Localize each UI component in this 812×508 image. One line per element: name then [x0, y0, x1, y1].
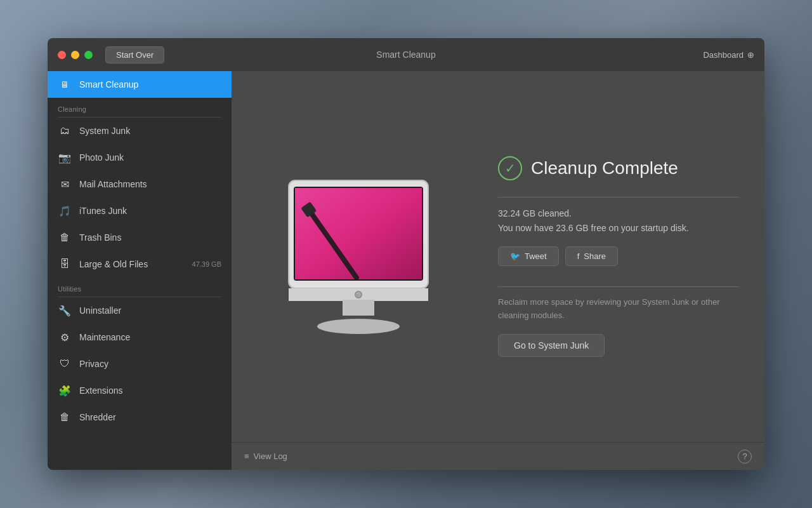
- mail-attachments-icon: ✉: [58, 177, 72, 191]
- stats-line2: You now have 23.6 GB free on your startu…: [498, 223, 689, 233]
- shredder-label: Shredder: [79, 412, 116, 422]
- sidebar-item-itunes-junk[interactable]: 🎵 iTunes Junk: [48, 197, 232, 224]
- sidebar-item-uninstaller[interactable]: 🔧 Uninstaller: [48, 297, 232, 324]
- titlebar-center-label: Smart Cleanup: [376, 50, 435, 60]
- trash-bins-icon: 🗑: [58, 231, 72, 244]
- sidebar-item-system-junk[interactable]: 🗂 System Junk: [48, 117, 232, 144]
- help-button[interactable]: ?: [738, 450, 752, 464]
- stats-line1: 32.24 GB cleaned.: [498, 208, 572, 218]
- main-footer: ≡ View Log ?: [232, 442, 764, 470]
- photo-junk-label: Photo Junk: [79, 152, 124, 163]
- svg-text:↻: ↻: [357, 294, 360, 298]
- go-to-system-junk-button[interactable]: Go to System Junk: [498, 334, 605, 357]
- start-over-button[interactable]: Start Over: [105, 46, 164, 64]
- utilities-section-label: Utilities: [48, 277, 232, 297]
- tweet-button[interactable]: 🐦 Tweet: [498, 246, 559, 266]
- view-log-label: View Log: [254, 451, 287, 461]
- cleanup-complete-text: Cleanup Complete: [531, 158, 678, 178]
- privacy-icon: 🛡: [58, 357, 72, 371]
- main-body: ↻ ✓ Cleanup Complete 32.24 GB cleaned. Y…: [232, 71, 764, 442]
- window-body: 🖥 Smart Cleanup Cleaning 🗂 System Junk 📷…: [48, 71, 764, 470]
- maintenance-icon: ⚙: [58, 330, 72, 344]
- check-circle-icon: ✓: [498, 156, 522, 180]
- right-panel: ✓ Cleanup Complete 32.24 GB cleaned. You…: [498, 156, 739, 356]
- sidebar-item-extensions[interactable]: 🧩 Extensions: [48, 377, 232, 404]
- mail-attachments-label: Mail Attachments: [79, 179, 147, 189]
- reclaim-text: Reclaim more space by reviewing your Sys…: [498, 296, 739, 323]
- extensions-label: Extensions: [79, 385, 122, 396]
- maintenance-label: Maintenance: [79, 332, 130, 342]
- itunes-junk-label: iTunes Junk: [79, 206, 127, 216]
- sidebar-item-privacy[interactable]: 🛡 Privacy: [48, 351, 232, 377]
- sidebar-item-photo-junk[interactable]: 📷 Photo Junk: [48, 144, 232, 171]
- privacy-label: Privacy: [79, 359, 108, 369]
- large-old-files-badge: 47.39 GB: [192, 260, 221, 268]
- sidebar: 🖥 Smart Cleanup Cleaning 🗂 System Junk 📷…: [48, 71, 232, 470]
- traffic-lights: [58, 51, 93, 59]
- title-divider: [498, 197, 739, 197]
- close-button[interactable]: [58, 51, 66, 59]
- sidebar-item-large-old-files[interactable]: 🗄 Large & Old Files 47.39 GB: [48, 251, 232, 277]
- photo-junk-icon: 📷: [58, 150, 72, 164]
- svg-rect-2: [295, 188, 422, 279]
- social-buttons: 🐦 Tweet f Share: [498, 246, 739, 266]
- log-icon: ≡: [244, 451, 249, 461]
- dashboard-link[interactable]: Dashboard ⊕: [703, 50, 754, 60]
- share-label: Share: [584, 251, 606, 261]
- svg-rect-6: [343, 300, 374, 316]
- monitor-icon: 🖥: [58, 77, 72, 91]
- tweet-label: Tweet: [525, 251, 547, 261]
- svg-point-7: [317, 319, 400, 334]
- mac-svg: ↻: [257, 155, 460, 358]
- sidebar-item-smart-cleanup[interactable]: 🖥 Smart Cleanup: [48, 71, 232, 98]
- share-button[interactable]: f Share: [565, 246, 618, 266]
- main-content: ↻ ✓ Cleanup Complete 32.24 GB cleaned. Y…: [232, 71, 764, 470]
- shredder-icon: 🗑: [58, 410, 72, 424]
- large-old-files-label: Large & Old Files: [79, 259, 148, 269]
- social-divider: [498, 286, 739, 287]
- facebook-icon: f: [577, 251, 580, 261]
- system-junk-icon: 🗂: [58, 124, 72, 138]
- sidebar-active-label: Smart Cleanup: [79, 79, 138, 90]
- cleanup-title: ✓ Cleanup Complete: [498, 156, 739, 180]
- sidebar-item-maintenance[interactable]: ⚙ Maintenance: [48, 324, 232, 351]
- cleaning-section-label: Cleaning: [48, 98, 232, 117]
- uninstaller-icon: 🔧: [58, 304, 72, 318]
- dashboard-icon: ⊕: [747, 50, 754, 60]
- itunes-junk-icon: 🎵: [58, 204, 72, 218]
- stats-text: 32.24 GB cleaned. You now have 23.6 GB f…: [498, 206, 739, 235]
- sidebar-item-trash-bins[interactable]: 🗑 Trash Bins: [48, 224, 232, 251]
- sidebar-item-mail-attachments[interactable]: ✉ Mail Attachments: [48, 171, 232, 197]
- minimize-button[interactable]: [71, 51, 79, 59]
- titlebar: Start Over Smart Cleanup Dashboard ⊕: [48, 38, 764, 71]
- mac-illustration: ↻: [257, 155, 460, 358]
- large-old-files-icon: 🗄: [58, 257, 72, 271]
- sidebar-item-shredder[interactable]: 🗑 Shredder: [48, 404, 232, 431]
- system-junk-label: System Junk: [79, 126, 130, 136]
- app-window: Start Over Smart Cleanup Dashboard ⊕ 🖥 S…: [48, 38, 764, 470]
- maximize-button[interactable]: [84, 51, 93, 59]
- twitter-icon: 🐦: [510, 251, 520, 261]
- dashboard-label: Dashboard: [703, 50, 743, 60]
- uninstaller-label: Uninstaller: [79, 305, 121, 316]
- help-question-mark: ?: [742, 451, 747, 461]
- view-log-button[interactable]: ≡ View Log: [244, 451, 287, 461]
- trash-bins-label: Trash Bins: [79, 232, 121, 243]
- extensions-icon: 🧩: [58, 384, 72, 398]
